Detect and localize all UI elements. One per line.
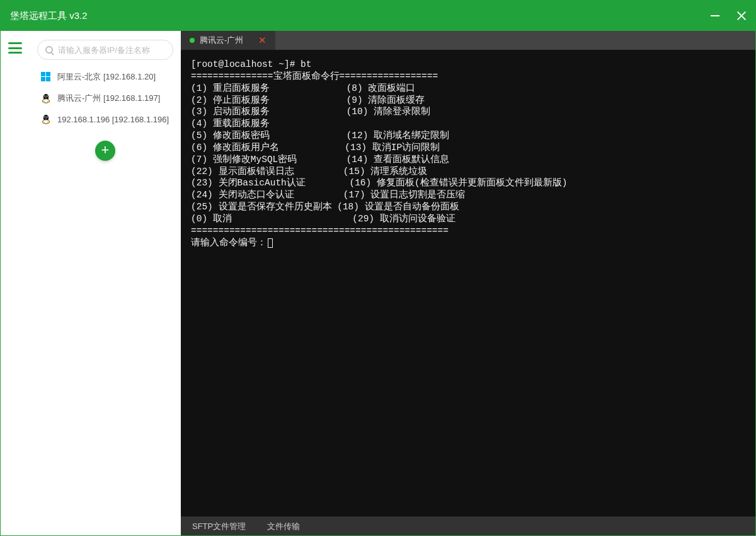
- terminal-line: ========================================…: [191, 225, 745, 237]
- terminal-line: (1) 重启面板服务 (8) 改面板端口: [191, 83, 745, 95]
- svg-point-10: [42, 101, 45, 103]
- terminal-line: (24) 关闭动态口令认证 (17) 设置日志切割是否压缩: [191, 189, 745, 201]
- svg-rect-3: [46, 77, 50, 81]
- tab-close-icon[interactable]: ✕: [258, 35, 266, 46]
- search-box[interactable]: [37, 40, 173, 60]
- app-title: 堡塔远程工具 v3.2: [10, 10, 711, 22]
- svg-point-16: [45, 117, 45, 117]
- add-server-button[interactable]: +: [95, 141, 115, 161]
- titlebar: 堡塔远程工具 v3.2: [1, 1, 755, 31]
- server-item[interactable]: 192.168.1.196 [192.168.1.196]: [30, 109, 181, 129]
- svg-point-19: [47, 122, 50, 124]
- svg-rect-2: [41, 77, 45, 81]
- cursor-icon: [268, 238, 273, 248]
- window-controls: [711, 11, 746, 20]
- search-input[interactable]: [58, 45, 165, 55]
- server-list: 阿里云-北京 [192.168.1.20]腾讯云-广州 [192.168.1.1…: [30, 66, 181, 129]
- transfer-tab[interactable]: 文件传输: [267, 521, 300, 532]
- svg-rect-1: [46, 72, 50, 76]
- terminal-line: (22) 显示面板错误日志 (15) 清理系统垃圾: [191, 166, 745, 178]
- server-label: 阿里云-北京 [192.168.1.20]: [57, 71, 156, 83]
- terminal[interactable]: [root@localhost ~]# bt===============宝塔面…: [181, 50, 755, 516]
- left-gutter: [1, 31, 30, 536]
- status-bar: SFTP文件管理 文件传输: [181, 516, 755, 536]
- svg-point-17: [47, 117, 47, 117]
- terminal-input-line[interactable]: 请输入命令编号：: [191, 237, 745, 249]
- terminal-line: (4) 重载面板服务: [191, 118, 745, 130]
- linux-icon: [41, 114, 51, 124]
- svg-point-18: [42, 122, 45, 124]
- terminal-line: ===============宝塔面板命令行==================: [191, 71, 745, 83]
- terminal-line: (5) 修改面板密码 (12) 取消域名绑定限制: [191, 130, 745, 142]
- terminal-line: (0) 取消 (29) 取消访问设备验证: [191, 213, 745, 225]
- server-label: 腾讯云-广州 [192.168.1.197]: [57, 93, 160, 104]
- main-panel: 腾讯云-广州 ✕ [root@localhost ~]# bt=========…: [181, 31, 755, 536]
- terminal-line: (3) 启动面板服务 (10) 清除登录限制: [191, 106, 745, 118]
- server-label: 192.168.1.196 [192.168.1.196]: [57, 115, 169, 124]
- terminal-line: (6) 修改面板用户名 (13) 取消IP访问限制: [191, 142, 745, 154]
- terminal-line: (7) 强制修改MySQL密码 (14) 查看面板默认信息: [191, 154, 745, 166]
- svg-point-8: [45, 96, 45, 96]
- server-item[interactable]: 阿里云-北京 [192.168.1.20]: [30, 66, 181, 88]
- server-item[interactable]: 腾讯云-广州 [192.168.1.197]: [30, 88, 181, 109]
- terminal-line: (23) 关闭BasicAuth认证 (16) 修复面板(检查错误并更新面板文件…: [191, 177, 745, 189]
- minimize-icon[interactable]: [711, 15, 719, 16]
- status-dot-icon: [190, 38, 195, 43]
- linux-icon: [41, 93, 51, 103]
- svg-rect-0: [41, 72, 45, 76]
- terminal-line: [root@localhost ~]# bt: [191, 59, 745, 71]
- tab-bar: 腾讯云-广州 ✕: [181, 31, 755, 50]
- windows-icon: [41, 72, 51, 82]
- menu-icon[interactable]: [8, 42, 22, 54]
- svg-point-9: [47, 96, 47, 96]
- search-icon: [45, 46, 53, 54]
- terminal-line: (25) 设置是否保存文件历史副本 (18) 设置是否自动备份面板: [191, 201, 745, 213]
- svg-point-11: [47, 101, 50, 103]
- tab-active[interactable]: 腾讯云-广州 ✕: [181, 31, 275, 50]
- terminal-line: (2) 停止面板服务 (9) 清除面板缓存: [191, 95, 745, 107]
- close-icon[interactable]: [737, 11, 746, 20]
- sftp-tab[interactable]: SFTP文件管理: [192, 521, 246, 532]
- tab-label: 腾讯云-广州: [200, 35, 243, 46]
- sidebar: 阿里云-北京 [192.168.1.20]腾讯云-广州 [192.168.1.1…: [30, 31, 181, 536]
